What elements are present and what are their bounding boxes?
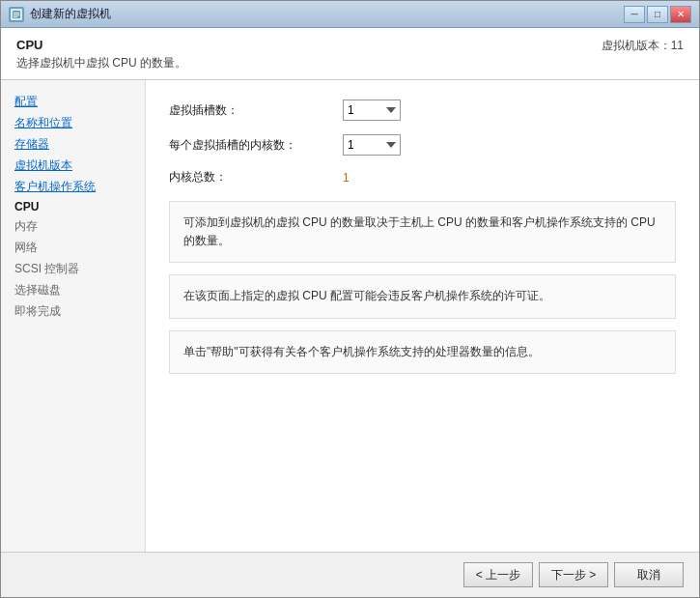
svg-rect-3 [14, 16, 17, 17]
svg-rect-2 [14, 14, 19, 15]
sidebar-item-config[interactable]: 配置 [11, 92, 135, 112]
minimize-button[interactable]: ─ [624, 6, 645, 23]
cores-row: 每个虚拟插槽的内核数： 1248 [169, 134, 676, 156]
sidebar-item-scsi: SCSI 控制器 [11, 259, 135, 279]
sidebar-item-network: 网络 [11, 238, 135, 258]
sidebar-item-name-location[interactable]: 名称和位置 [11, 113, 135, 133]
sidebar-item-finish: 即将完成 [11, 301, 135, 322]
restore-button[interactable]: □ [647, 6, 668, 23]
header-section: CPU 选择虚拟机中虚拟 CPU 的数量。 虚拟机版本：11 [1, 28, 699, 80]
main-window: 创建新的虚拟机 ─ □ ✕ CPU 选择虚拟机中虚拟 CPU 的数量。 虚拟机版… [0, 0, 700, 598]
info-text-1: 可添加到虚拟机的虚拟 CPU 的数量取决于主机上 CPU 的数量和客户机操作系统… [183, 215, 656, 247]
cancel-button[interactable]: 取消 [614, 562, 684, 587]
content-area: 虚拟插槽数： 1248 每个虚拟插槽的内核数： 1248 内核总数： 1 可添加… [146, 80, 699, 552]
back-button[interactable]: < 上一步 [463, 562, 533, 587]
sidebar-item-disk: 选择磁盘 [11, 280, 135, 300]
total-label: 内核总数： [169, 169, 343, 185]
footer: < 上一步 下一步 > 取消 [1, 552, 699, 597]
sockets-label: 虚拟插槽数： [169, 102, 343, 119]
title-bar: 创建新的虚拟机 ─ □ ✕ [1, 1, 699, 28]
window-controls: ─ □ ✕ [624, 6, 691, 23]
cores-label: 每个虚拟插槽的内核数： [169, 137, 343, 154]
main-content: 配置名称和位置存储器虚拟机版本客户机操作系统CPU内存网络SCSI 控制器选择磁… [1, 80, 699, 552]
version-label: 虚拟机版本：11 [602, 38, 684, 54]
sidebar-item-guest-os[interactable]: 客户机操作系统 [11, 177, 135, 197]
cores-select[interactable]: 1248 [343, 134, 401, 156]
sockets-row: 虚拟插槽数： 1248 [169, 100, 676, 121]
window-title: 创建新的虚拟机 [30, 6, 624, 22]
total-row: 内核总数： 1 [169, 169, 676, 185]
sockets-select[interactable]: 1248 [343, 100, 401, 121]
info-text-3: 单击"帮助"可获得有关各个客户机操作系统支持的处理器数量的信息。 [183, 345, 540, 358]
info-text-2: 在该页面上指定的虚拟 CPU 配置可能会违反客户机操作系统的许可证。 [183, 289, 550, 302]
sidebar-item-vm-version[interactable]: 虚拟机版本 [11, 156, 135, 176]
close-button[interactable]: ✕ [670, 6, 691, 23]
info-box-1: 可添加到虚拟机的虚拟 CPU 的数量取决于主机上 CPU 的数量和客户机操作系统… [169, 201, 676, 263]
sidebar-item-memory: 内存 [11, 216, 135, 237]
sidebar-item-cpu: CPU [11, 198, 135, 215]
header-left: CPU 选择虚拟机中虚拟 CPU 的数量。 [16, 38, 186, 71]
sidebar: 配置名称和位置存储器虚拟机版本客户机操作系统CPU内存网络SCSI 控制器选择磁… [1, 80, 146, 552]
window-icon [9, 7, 24, 22]
info-box-2: 在该页面上指定的虚拟 CPU 配置可能会违反客户机操作系统的许可证。 [169, 274, 676, 318]
page-subtitle: 选择虚拟机中虚拟 CPU 的数量。 [16, 55, 186, 71]
next-button[interactable]: 下一步 > [539, 562, 608, 587]
svg-rect-1 [14, 13, 19, 14]
info-box-3: 单击"帮助"可获得有关各个客户机操作系统支持的处理器数量的信息。 [169, 330, 676, 374]
sidebar-item-storage[interactable]: 存储器 [11, 134, 135, 155]
page-title: CPU [16, 38, 186, 52]
total-value: 1 [343, 171, 350, 185]
